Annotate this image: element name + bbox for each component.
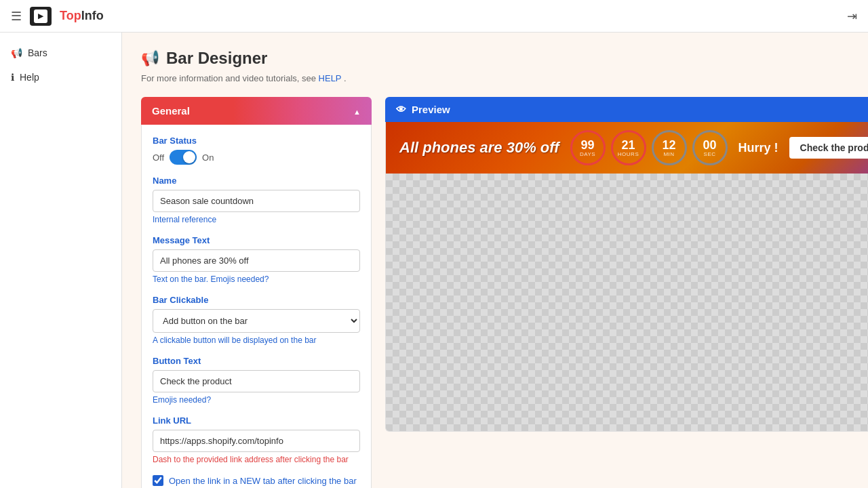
bar-clickable-group: Bar Clickable Add button on the bar Make… <box>153 295 360 345</box>
new-tab-checkbox[interactable] <box>153 475 163 486</box>
countdown-sec-label: SEC <box>704 151 716 157</box>
status-off-label: Off <box>153 152 164 163</box>
help-icon: ℹ <box>11 72 14 83</box>
countdown-sec-num: 00 <box>703 139 717 151</box>
bar-status-row: Off On <box>153 150 360 165</box>
button-text-hint: Emojis needed? <box>153 395 360 405</box>
layout: 📢 Bars ℹ Help 📢 Bar Designer For more in… <box>0 33 868 488</box>
link-url-input[interactable] <box>153 430 360 452</box>
bar-status-toggle[interactable] <box>170 150 197 165</box>
button-text-label: Button Text <box>153 356 360 366</box>
message-text-label: Message Text <box>153 235 360 245</box>
sidebar: 📢 Bars ℹ Help <box>0 33 122 488</box>
subtitle-suffix: . <box>344 73 347 83</box>
app-header: ☰ TopInfo ⇥ <box>0 0 868 33</box>
preview-title: Preview <box>412 104 450 115</box>
bar-status-label: Bar Status <box>153 136 360 146</box>
message-text-input[interactable] <box>153 249 360 272</box>
countdown-hours: 21 HOURS <box>611 130 646 165</box>
preview-body: All phones are 30% off 99 DAYS 21 HOURS <box>385 122 868 432</box>
general-title: General <box>152 105 190 117</box>
preview-hurry-text: Hurry ! <box>738 141 778 155</box>
name-group: Name Internal reference <box>153 176 360 224</box>
message-text-group: Message Text Text on the bar. Emojis nee… <box>153 235 360 284</box>
page-icon: 📢 <box>141 49 159 67</box>
preview-cta-button[interactable]: Check the product <box>789 137 868 159</box>
preview-bar-text: All phones are 30% off <box>399 139 559 157</box>
right-panel: 👁 Preview All phones are 30% off 99 DAYS <box>385 97 868 488</box>
logo <box>30 7 52 26</box>
logo-icon <box>34 9 47 23</box>
link-url-label: Link URL <box>153 415 360 426</box>
button-text-group: Button Text Emojis needed? <box>153 356 360 405</box>
countdown-hours-num: 21 <box>622 139 635 151</box>
page-title-row: 📢 Bar Designer <box>141 49 849 68</box>
bars-icon: 📢 <box>11 47 22 58</box>
message-text-hint: Text on the bar. Emojis needed? <box>153 274 360 284</box>
two-col-layout: General Bar Status Off On <box>141 97 849 488</box>
bar-clickable-select[interactable]: Add button on the bar Make bar clickable… <box>153 309 360 333</box>
bar-clickable-label: Bar Clickable <box>153 295 360 305</box>
preview-eye-icon: 👁 <box>396 104 406 115</box>
logo-prefix: Top <box>60 9 81 22</box>
name-hint: Internal reference <box>153 215 360 224</box>
page-title: Bar Designer <box>166 49 267 68</box>
name-input[interactable] <box>153 190 360 212</box>
countdown-hours-label: HOURS <box>618 151 639 157</box>
main-content: 📢 Bar Designer For more information and … <box>122 33 868 488</box>
countdown-sec: 00 SEC <box>692 130 728 165</box>
countdown-min: 12 MIN <box>652 130 687 165</box>
status-on-label: On <box>202 152 214 163</box>
new-tab-label: Open the link in a NEW tab after clickin… <box>169 476 357 486</box>
sidebar-item-bars-label: Bars <box>28 47 47 58</box>
preview-bar: All phones are 30% off 99 DAYS 21 HOURS <box>386 122 868 174</box>
subtitle: For more information and video tutorials… <box>141 73 849 83</box>
logo-text: TopInfo <box>60 9 104 23</box>
countdown-days: 99 DAYS <box>570 130 606 165</box>
toggle-knob <box>183 151 195 163</box>
bar-status-group: Bar Status Off On <box>153 136 360 165</box>
general-accordion-body: Bar Status Off On Name Inter <box>141 125 372 488</box>
new-tab-row: Open the link in a NEW tab after clickin… <box>153 475 360 486</box>
countdown: 99 DAYS 21 HOURS 12 MIN <box>570 130 728 165</box>
hamburger-icon[interactable]: ☰ <box>11 9 22 24</box>
logout-icon[interactable]: ⇥ <box>847 9 857 24</box>
general-accordion-header[interactable]: General <box>141 97 372 125</box>
countdown-min-num: 12 <box>663 139 676 151</box>
help-link[interactable]: HELP <box>319 73 342 83</box>
subtitle-text: For more information and video tutorials… <box>141 73 319 83</box>
countdown-min-label: MIN <box>663 151 674 157</box>
name-label: Name <box>153 176 360 186</box>
countdown-days-label: DAYS <box>580 151 595 157</box>
left-panel: General Bar Status Off On <box>141 97 372 488</box>
link-url-group: Link URL Dash to the provided link addre… <box>153 415 360 464</box>
new-tab-group: Open the link in a NEW tab after clickin… <box>153 475 360 486</box>
preview-header: 👁 Preview <box>385 97 868 122</box>
sidebar-item-bars[interactable]: 📢 Bars <box>0 41 121 65</box>
accordion-chevron-icon <box>353 105 361 117</box>
countdown-days-num: 99 <box>581 139 595 151</box>
sidebar-item-help[interactable]: ℹ Help <box>0 65 121 89</box>
sidebar-item-help-label: Help <box>20 72 39 83</box>
header-left: ☰ TopInfo <box>11 7 104 26</box>
link-url-hint: Dash to the provided link address after … <box>153 455 360 464</box>
button-text-input[interactable] <box>153 370 360 392</box>
bar-clickable-hint: A clickable button will be displayed on … <box>153 336 360 345</box>
preview-checkerboard <box>386 174 868 431</box>
